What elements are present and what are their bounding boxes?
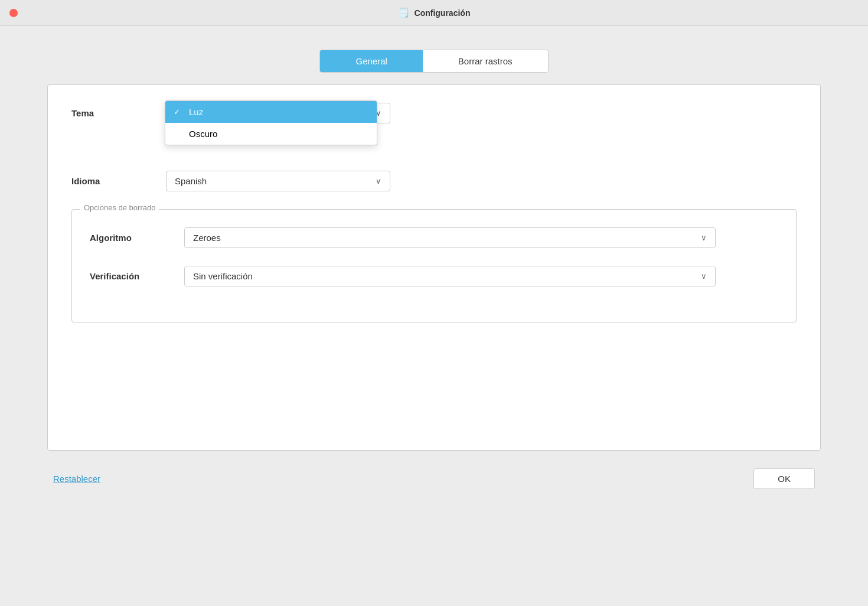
language-dropdown[interactable]: Spanish ∨ [166, 171, 390, 191]
theme-dropdown-popup: ✓ Luz Oscuro [165, 100, 377, 145]
language-label: Idioma [71, 176, 166, 186]
close-button[interactable] [9, 9, 18, 17]
tab-general[interactable]: General [320, 50, 422, 72]
algorithm-dropdown[interactable]: Zeroes ∨ [184, 227, 716, 248]
window-title: Configuración [415, 8, 471, 18]
tabs-container: General Borrar rastros [47, 50, 821, 73]
theme-dropdown-wrapper: Luz ∨ ✓ Luz Oscuro [166, 103, 390, 123]
language-selected-value: Spanish [175, 176, 207, 186]
algorithm-label: Algoritmo [90, 233, 184, 243]
title-bar: 🗒️ Configuración [0, 0, 868, 26]
tabs: General Borrar rastros [319, 50, 548, 73]
traffic-lights [9, 9, 18, 17]
algorithm-chevron-icon: ∨ [701, 233, 707, 242]
language-chevron-icon: ∨ [376, 177, 381, 185]
group-title: Opciones de borrado [80, 203, 159, 212]
check-icon: ✓ [174, 107, 183, 116]
verification-dropdown[interactable]: Sin verificación ∨ [184, 266, 716, 286]
verification-selected-value: Sin verificación [193, 271, 253, 281]
main-content: General Borrar rastros Tema Luz ∨ ✓ Luz [0, 26, 868, 606]
theme-option-oscuro-label: Oscuro [189, 129, 217, 139]
settings-panel: Tema Luz ∨ ✓ Luz Oscuro [47, 84, 821, 451]
title-icon: 🗒️ [398, 7, 410, 18]
reset-button[interactable]: Restablecer [53, 474, 100, 484]
theme-row: Tema Luz ∨ ✓ Luz Oscuro [71, 103, 797, 123]
ok-button[interactable]: OK [753, 468, 815, 489]
algorithm-selected-value: Zeroes [193, 233, 221, 243]
algorithm-row: Algoritmo Zeroes ∨ [90, 227, 778, 248]
verification-chevron-icon: ∨ [701, 272, 707, 281]
delete-options-group: Opciones de borrado Algoritmo Zeroes ∨ V… [71, 209, 797, 322]
title-bar-text: 🗒️ Configuración [398, 7, 471, 18]
verification-row: Verificación Sin verificación ∨ [90, 266, 778, 286]
tab-borrar-rastros[interactable]: Borrar rastros [423, 50, 548, 72]
footer: Restablecer OK [47, 468, 821, 489]
theme-option-luz[interactable]: ✓ Luz [165, 101, 377, 123]
verification-label: Verificación [90, 271, 184, 281]
theme-option-oscuro[interactable]: Oscuro [165, 123, 377, 145]
language-row: Idioma Spanish ∨ [71, 171, 797, 191]
theme-option-luz-label: Luz [189, 107, 203, 117]
theme-label: Tema [71, 108, 166, 118]
